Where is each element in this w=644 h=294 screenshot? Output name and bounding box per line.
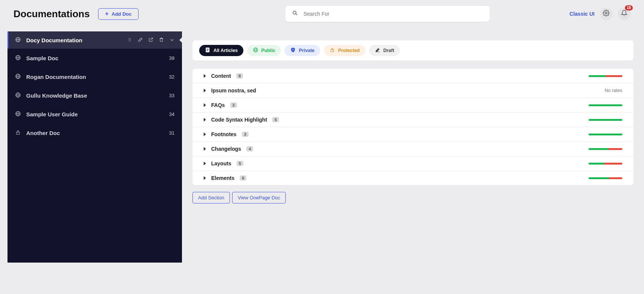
- caret-right-icon: [204, 89, 206, 92]
- filter-protected[interactable]: Protected: [324, 45, 365, 56]
- rating-bar: [589, 104, 622, 106]
- caret-right-icon: [204, 103, 206, 107]
- section-row[interactable]: Content8: [192, 69, 634, 83]
- sections-list: Content8Ipsum nostra, sedNo ratesFAQs3Co…: [192, 69, 634, 185]
- sidebar-item[interactable]: Another Doc31: [7, 123, 182, 142]
- svg-point-7: [130, 38, 131, 39]
- trash-icon[interactable]: [159, 37, 164, 43]
- settings-button[interactable]: [600, 7, 613, 20]
- globe-icon: [15, 111, 21, 118]
- section-row[interactable]: FAQs3: [192, 98, 634, 113]
- filter-public[interactable]: Public: [247, 45, 281, 56]
- caret-right-icon: [204, 162, 206, 165]
- sidebar-item-count: 33: [169, 93, 174, 98]
- chevron-down-icon[interactable]: [169, 36, 174, 45]
- filter-private[interactable]: Private: [285, 45, 320, 56]
- filter-bar: All Articles Public Private Protected: [192, 40, 634, 61]
- sidebar-item[interactable]: Rogan Documentation32: [7, 67, 182, 86]
- edit-icon: [375, 47, 380, 54]
- svg-point-9: [130, 39, 131, 40]
- document-icon: [205, 47, 210, 54]
- section-row[interactable]: Code Syntax Highlight5: [192, 113, 634, 127]
- svg-rect-33: [293, 50, 294, 50]
- section-title: Layouts: [211, 160, 231, 166]
- svg-point-6: [129, 38, 130, 39]
- section-count-badge: 4: [246, 146, 253, 151]
- section-row[interactable]: Elements6: [192, 171, 634, 185]
- filter-label: Public: [261, 48, 276, 53]
- svg-point-10: [129, 40, 130, 41]
- sidebar-item[interactable]: Sample Doc39: [7, 49, 182, 67]
- sidebar-item[interactable]: Gullu Knowledge Base33: [7, 86, 182, 105]
- section-title: FAQs: [211, 102, 225, 108]
- globe-icon: [15, 73, 21, 80]
- rating-bar: [589, 163, 622, 165]
- section-title: Elements: [211, 175, 234, 181]
- globe-icon: [15, 92, 21, 99]
- sidebar-item[interactable]: Sample User Guide34: [7, 105, 182, 123]
- section-row[interactable]: Ipsum nostra, sedNo rates: [192, 83, 634, 98]
- filter-label: Protected: [338, 48, 360, 53]
- gear-icon: [603, 10, 610, 18]
- globe-icon: [253, 47, 258, 54]
- search-input[interactable]: [303, 10, 483, 17]
- sidebar-item-label: Rogan Documentation: [26, 74, 86, 80]
- edit-icon[interactable]: [138, 37, 143, 43]
- filter-label: Draft: [383, 48, 394, 53]
- rating-bar: [589, 148, 622, 150]
- svg-point-11: [130, 40, 131, 41]
- section-title: Changelogs: [211, 146, 241, 152]
- caret-right-icon: [204, 74, 206, 78]
- sidebar-item-label: Sample Doc: [26, 55, 58, 61]
- sidebar-item-count: 34: [169, 111, 174, 117]
- classic-ui-link[interactable]: Classic UI: [569, 11, 595, 17]
- notification-badge: 18: [625, 5, 633, 10]
- add-doc-label: Add Doc: [112, 11, 131, 17]
- svg-point-0: [293, 11, 296, 14]
- rating-bar: [589, 134, 622, 135]
- page-title: Documentations: [13, 8, 90, 20]
- section-count-badge: 5: [272, 117, 279, 122]
- sidebar-item[interactable]: Docy Documentation: [7, 31, 182, 49]
- svg-rect-34: [331, 50, 334, 52]
- sidebar-item-label: Gullu Knowledge Base: [26, 92, 87, 99]
- selected-notch: [179, 37, 182, 43]
- rating-bar: [589, 177, 622, 179]
- caret-right-icon: [204, 132, 206, 136]
- section-title: Code Syntax Highlight: [211, 117, 267, 123]
- search-box[interactable]: [285, 6, 490, 22]
- section-row[interactable]: Layouts5: [192, 156, 634, 171]
- lock-icon: [329, 47, 335, 54]
- sidebar: Docy DocumentationSample Doc39Rogan Docu…: [7, 31, 182, 263]
- filter-all-articles[interactable]: All Articles: [199, 45, 243, 56]
- add-doc-button[interactable]: + Add Doc: [98, 8, 139, 20]
- section-count-badge: 6: [240, 175, 246, 181]
- filter-label: Private: [299, 48, 315, 53]
- section-title: Footnotes: [211, 131, 237, 137]
- sidebar-item-label: Sample User Guide: [26, 111, 78, 117]
- add-section-button[interactable]: Add Section: [192, 192, 230, 203]
- sidebar-item-count: 31: [169, 130, 174, 136]
- section-row[interactable]: Footnotes3: [192, 127, 634, 142]
- section-count-badge: 5: [237, 161, 243, 166]
- section-row[interactable]: Changelogs4: [192, 142, 634, 156]
- view-onepage-button[interactable]: View OnePage Doc: [232, 192, 286, 203]
- sidebar-item-label: Docy Documentation: [26, 37, 82, 43]
- sidebar-item-label: Another Doc: [26, 130, 60, 136]
- no-rates-label: No rates: [605, 88, 622, 93]
- filter-draft[interactable]: Draft: [369, 45, 400, 56]
- caret-right-icon: [204, 176, 206, 180]
- svg-point-2: [605, 12, 607, 14]
- rating-bar: [589, 75, 622, 77]
- sidebar-item-count: 39: [169, 55, 174, 61]
- external-link-icon[interactable]: [148, 37, 154, 43]
- section-title: Content: [211, 73, 231, 79]
- notifications-button[interactable]: 18: [618, 7, 631, 20]
- section-count-badge: 3: [230, 102, 237, 108]
- drag-handle-icon[interactable]: [127, 37, 133, 43]
- rating-bar: [589, 119, 622, 121]
- globe-icon: [15, 55, 21, 62]
- search-icon: [292, 10, 298, 18]
- bell-icon: [621, 10, 628, 18]
- section-title: Ipsum nostra, sed: [211, 88, 256, 94]
